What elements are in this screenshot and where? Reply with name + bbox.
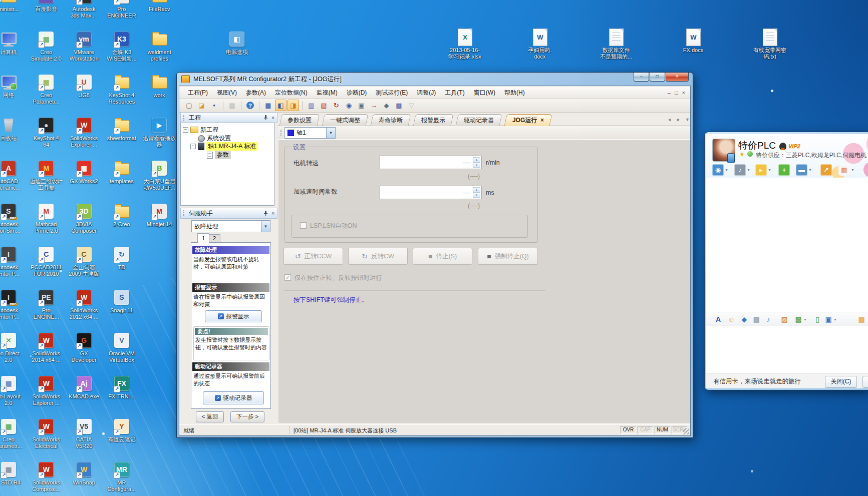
screen-text-icon[interactable]: ▤ [751, 315, 761, 324]
message-input[interactable] [706, 326, 868, 373]
assistant-topic-combobox[interactable]: 故障处理 ▼ [191, 220, 270, 232]
desktop-icon[interactable]: A↗utoCAD echanic... [0, 159, 27, 191]
next-button[interactable]: 下一步 > [230, 411, 264, 422]
mdi-restore-icon[interactable]: □ [675, 90, 678, 96]
menu-item[interactable]: 窗口(W) [469, 88, 500, 98]
desktop-icon[interactable]: ↗2-Creo [104, 202, 140, 228]
connection-setup-icon[interactable]: ▦ [262, 100, 274, 111]
new-project-icon[interactable]: ▢ [183, 100, 195, 111]
tree-item-project[interactable]: − 新工程 [183, 126, 218, 134]
menu-item[interactable]: 监视(M) [312, 88, 342, 98]
chevron-down-icon[interactable]: ▼ [725, 168, 728, 172]
desktop-icon[interactable]: ↗templates [104, 159, 140, 185]
desktop-icon[interactable]: W↗SolidWorks Explorer ... [28, 374, 64, 406]
desktop-icon[interactable]: ▶迅雷看看播放 器 [141, 116, 177, 148]
desktop-icon[interactable]: ▦↗Creo Simulate 2.0 [28, 30, 64, 62]
tree-item-label[interactable]: 系统设置 [207, 134, 231, 143]
create-group-icon[interactable]: + [778, 164, 790, 176]
melsoft-titlebar[interactable]: MELSOFT系列 MR Configurator2 新工程 - [JOG运行] [177, 73, 693, 86]
reverse-cw-button[interactable]: ↻ 反转CW [348, 248, 408, 265]
minimize-button[interactable]: – [634, 73, 649, 82]
desktop-icon[interactable]: K3↗金蝶 K3 WISE创新... [104, 30, 140, 62]
desktop-icon[interactable]: PE↗Pro ENGINEER [104, 0, 140, 19]
desktop-file-icon[interactable]: WFX.docx [661, 28, 726, 54]
diagnosis-icon[interactable]: ◉ [343, 100, 355, 111]
forward-ccw-button[interactable]: ↺ 正转CCW [283, 248, 343, 265]
tree-item-parameter[interactable]: 参数 [207, 151, 231, 159]
desktop-icon[interactable]: FX↗FX-TRN-... [104, 374, 140, 400]
graph-icon[interactable]: ▩ [393, 100, 405, 111]
screen-capture-icon[interactable]: ▣ [823, 315, 833, 324]
tab-JOG运行[interactable]: JOG运行× [504, 114, 552, 126]
chevron-down-icon[interactable]: ▼ [768, 168, 771, 172]
desktop-icon[interactable]: ▶百度影音 [28, 0, 64, 13]
send-file-icon[interactable]: ▸ [755, 164, 767, 176]
panel-close-icon[interactable]: × [271, 115, 274, 121]
stop-button[interactable]: ■ 停止(S) [413, 248, 472, 265]
handwriting-icon[interactable]: ▨ [779, 315, 789, 324]
mdi-close-icon[interactable]: × [682, 90, 685, 96]
tab-参数设置[interactable]: 参数设置 [279, 114, 320, 126]
desktop-icon[interactable]: W↗SolidWorks Explorer ... [66, 116, 102, 148]
test-run-icon[interactable]: → [368, 100, 380, 111]
mdi-minimize-icon[interactable]: – [668, 90, 671, 96]
desktop-icon[interactable]: ▦↗GX Works2 [66, 159, 102, 185]
pin-icon[interactable] [263, 115, 268, 120]
expander-icon[interactable]: − [190, 144, 196, 149]
menu-item[interactable]: 定位数据(N) [270, 88, 312, 98]
positioning-data-icon[interactable]: ▧ [318, 100, 330, 111]
copy-icon[interactable]: ▣ [356, 100, 367, 111]
desktop-icon[interactable]: IPRO↗utodesk entor P... [0, 288, 27, 320]
tree-item-axis1[interactable]: − 轴1:MR-J4-A 标准 [190, 143, 257, 150]
desktop-icon[interactable]: ▦↗Creo Parametr... [0, 417, 27, 449]
desktop-icon[interactable]: W↗SolidWorks 2014 x64 ... [28, 331, 64, 363]
menu-item[interactable]: 工程(P) [183, 88, 212, 98]
desktop-file-icon[interactable]: 数据库文件 不是预期的... [584, 28, 649, 60]
tab-一键式调整[interactable]: 一键式调整 [322, 114, 368, 126]
chat-history-icon[interactable]: ▤ [856, 315, 866, 324]
desktop-icon[interactable]: ◧电源选项 [219, 30, 255, 56]
expander-icon[interactable]: − [183, 127, 188, 133]
desktop-icon[interactable]: M↗Mathcad Prime 2.0 [28, 202, 64, 234]
chevron-down-icon[interactable]: ▼ [326, 128, 335, 138]
tab-scroll-right-icon[interactable]: ► [676, 117, 681, 122]
desktop-icon[interactable]: C↗PCCAD2011 FOR 2010 [28, 245, 64, 277]
help-icon[interactable]: ? [244, 100, 256, 111]
tab-寿命诊断[interactable]: 寿命诊断 [370, 114, 411, 126]
alarm-display-button[interactable]: ↗ 报警显示 [205, 310, 262, 322]
pin-icon[interactable] [263, 211, 268, 216]
desktop-icon[interactable]: M↗迈迪三维设计 工具集 [28, 159, 64, 191]
desktop-icon[interactable]: W↗SolidWorks Electrical [28, 417, 64, 449]
menu-item[interactable]: 测试运行(E) [371, 88, 412, 98]
tab-close-icon[interactable]: × [540, 115, 544, 126]
desktop-file-icon[interactable]: 有线宽带网密 码.txt [737, 28, 802, 60]
desktop-icon[interactable]: Aj↗KMCAD.exe [66, 374, 102, 400]
desktop-icon[interactable]: vm↗VMware Workstation [66, 30, 102, 62]
desktop-icon[interactable]: W↗SolidWorks 2012 x64 ... [66, 288, 102, 320]
servo-assistant-icon[interactable]: ◨ [287, 100, 299, 111]
desktop-icon[interactable]: 3D↗3DVIA Composer [66, 202, 102, 234]
desktop-icon[interactable]: ↗sheetformat [104, 116, 140, 142]
desktop-icon[interactable]: 3↗Autodesk 3ds Max ... [66, 0, 102, 19]
remote-desktop-icon[interactable]: ▬ [796, 164, 807, 176]
tree-item-system-settings[interactable]: 系统设置 [198, 135, 231, 142]
desktop-icon[interactable]: U↗UG8 [66, 73, 102, 99]
desktop-icon[interactable]: ▦↗Creo Parametr... [28, 73, 64, 105]
chevron-down-icon[interactable]: ▼ [833, 318, 837, 321]
local-file-icon[interactable]: ▯ [812, 315, 822, 324]
axis-combobox[interactable]: 轴1 ▼ [284, 127, 336, 139]
chevron-down-icon[interactable]: ▼ [808, 168, 812, 172]
tree-item-label-selected[interactable]: 参数 [215, 151, 231, 159]
tab-scroll-left-icon[interactable]: ◄ [667, 117, 672, 122]
menu-item[interactable]: 诊断(D) [342, 88, 372, 98]
panel-grip[interactable] [183, 210, 186, 216]
drive-recorder-button[interactable]: ↗ 驱动记录器 [203, 391, 264, 404]
desktop-icon[interactable]: ▦↗eo Layout 2.0 [0, 374, 27, 406]
forced-stop-button[interactable]: ■ 强制停止(Q) [478, 248, 538, 265]
lsp-checkbox[interactable] [300, 222, 307, 229]
emoticon-icon[interactable]: ☺ [726, 315, 736, 324]
menu-item[interactable]: 调整(J) [412, 88, 440, 98]
spinner[interactable]: ▲▼ [473, 157, 480, 168]
qq-apps-icon[interactable]: ▦ [838, 164, 850, 176]
voice-message-icon[interactable]: ♪ [763, 315, 773, 324]
